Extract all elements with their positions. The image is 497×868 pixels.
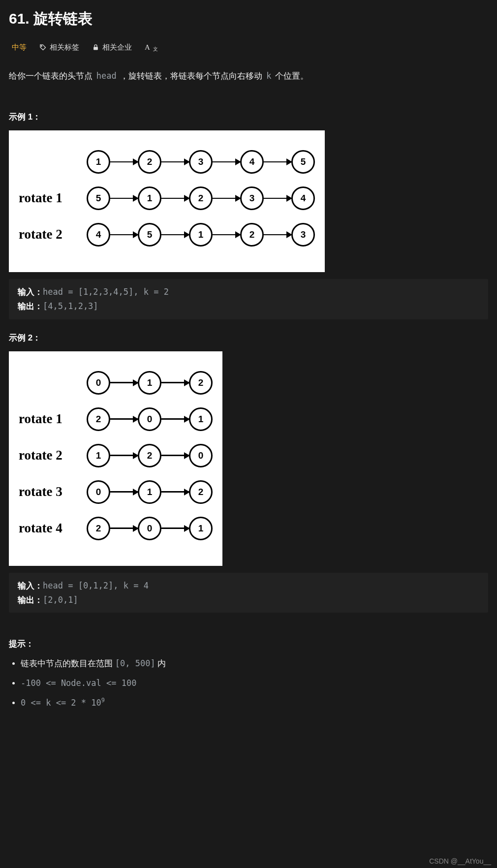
translate-button[interactable]: A文 bbox=[145, 43, 158, 52]
input-value: head = [1,2,3,4,5], k = 2 bbox=[43, 287, 169, 297]
list-node: 1 bbox=[189, 517, 213, 540]
arrow-icon bbox=[216, 161, 240, 163]
arrow-icon bbox=[164, 418, 189, 420]
arrow-icon bbox=[113, 527, 138, 529]
companies-label: 相关企业 bbox=[102, 43, 132, 52]
hint-item: -100 <= Node.val <= 100 bbox=[21, 677, 488, 690]
list-node: 0 bbox=[87, 371, 110, 395]
diagram-row-label: rotate 3 bbox=[19, 484, 87, 499]
diagram-row: rotate 3012 bbox=[19, 480, 213, 504]
output-label: 输出： bbox=[18, 595, 43, 605]
example-heading: 示例 2： bbox=[9, 332, 488, 343]
arrow-icon bbox=[216, 234, 240, 236]
arrow-icon bbox=[113, 382, 138, 383]
list-node: 2 bbox=[138, 150, 161, 174]
diagram-row-label: rotate 2 bbox=[19, 448, 87, 463]
arrow-icon bbox=[113, 491, 138, 493]
tags-link[interactable]: 相关标签 bbox=[39, 43, 79, 52]
list-node: 1 bbox=[189, 223, 213, 247]
difficulty-badge: 中等 bbox=[12, 43, 27, 52]
arrow-icon bbox=[267, 234, 291, 236]
hints-heading: 提示： bbox=[9, 638, 488, 650]
inline-code-k: k bbox=[265, 71, 273, 81]
list-node: 2 bbox=[189, 371, 213, 395]
hint-code: 0 <= k <= 2 * 109 bbox=[21, 698, 105, 708]
companies-link[interactable]: 相关企业 bbox=[92, 43, 132, 52]
arrow-icon bbox=[164, 382, 189, 383]
meta-row: 中等 相关标签 相关企业 A文 bbox=[9, 43, 488, 52]
list-node: 5 bbox=[87, 186, 110, 210]
list-node: 3 bbox=[240, 186, 264, 210]
list-node: 1 bbox=[87, 150, 110, 174]
arrow-icon bbox=[113, 418, 138, 420]
diagram-row: 12345 bbox=[19, 150, 315, 174]
svg-point-0 bbox=[41, 46, 42, 47]
hint-item: 链表中节点的数目在范围 [0, 500] 内 bbox=[21, 657, 488, 670]
list-node: 0 bbox=[189, 444, 213, 467]
arrow-icon bbox=[164, 161, 189, 163]
input-label: 输入： bbox=[18, 287, 43, 297]
example-heading: 示例 1： bbox=[9, 111, 488, 123]
output-value: [2,0,1] bbox=[43, 595, 78, 605]
linked-list-diagram: 12345rotate 151234rotate 245123 bbox=[9, 130, 325, 272]
list-node: 1 bbox=[138, 186, 161, 210]
list-node: 2 bbox=[87, 407, 110, 431]
list-node: 3 bbox=[291, 223, 315, 247]
list-node: 2 bbox=[189, 186, 213, 210]
arrow-icon bbox=[164, 527, 189, 529]
diagram-row: rotate 151234 bbox=[19, 186, 315, 210]
list-node: 1 bbox=[138, 480, 161, 504]
arrow-icon bbox=[216, 198, 240, 199]
arrow-icon bbox=[113, 234, 138, 236]
diagram-row-label: rotate 1 bbox=[19, 411, 87, 427]
watermark: CSDN @__AtYou__ bbox=[429, 857, 491, 865]
inline-code-head: head bbox=[95, 71, 118, 81]
hint-item: 0 <= k <= 2 * 109 bbox=[21, 696, 488, 709]
list-node: 0 bbox=[138, 517, 161, 540]
list-node: 4 bbox=[87, 223, 110, 247]
arrow-icon bbox=[164, 234, 189, 236]
arrow-icon bbox=[267, 198, 291, 199]
list-node: 3 bbox=[189, 150, 213, 174]
tags-label: 相关标签 bbox=[50, 43, 79, 52]
list-node: 2 bbox=[189, 480, 213, 504]
list-node: 2 bbox=[87, 517, 110, 540]
list-node: 0 bbox=[138, 407, 161, 431]
list-node: 1 bbox=[87, 444, 110, 467]
example-code: 输入：head = [1,2,3,4,5], k = 2 输出：[4,5,1,2… bbox=[9, 279, 488, 319]
list-node: 1 bbox=[189, 407, 213, 431]
hint-code: [0, 500] bbox=[115, 658, 155, 668]
diagram-row-label: rotate 1 bbox=[19, 190, 87, 206]
input-label: 输入： bbox=[18, 581, 43, 590]
diagram-row: rotate 1201 bbox=[19, 407, 213, 431]
diagram-row: rotate 2120 bbox=[19, 444, 213, 467]
output-label: 输出： bbox=[18, 301, 43, 311]
diagram-row-label: rotate 2 bbox=[19, 227, 87, 242]
linked-list-diagram: 012rotate 1201rotate 2120rotate 3012rota… bbox=[9, 351, 222, 566]
list-node: 2 bbox=[240, 223, 264, 247]
problem-description: 给你一个链表的头节点 head ，旋转链表，将链表每个节点向右移动 k 个位置。 bbox=[9, 69, 488, 84]
page-title: 61. 旋转链表 bbox=[9, 9, 488, 29]
list-node: 4 bbox=[240, 150, 264, 174]
arrow-icon bbox=[164, 198, 189, 199]
list-node: 2 bbox=[138, 444, 161, 467]
arrow-icon bbox=[113, 198, 138, 199]
svg-rect-1 bbox=[93, 47, 98, 50]
list-node: 0 bbox=[87, 480, 110, 504]
hint-code: -100 <= Node.val <= 100 bbox=[21, 678, 136, 688]
output-value: [4,5,1,2,3] bbox=[43, 301, 98, 311]
arrow-icon bbox=[267, 161, 291, 163]
list-node: 4 bbox=[291, 186, 315, 210]
lock-icon bbox=[92, 44, 99, 51]
arrow-icon bbox=[164, 455, 189, 456]
diagram-row: 012 bbox=[19, 371, 213, 395]
tag-icon bbox=[39, 44, 47, 51]
example-code: 输入：head = [0,1,2], k = 4 输出：[2,0,1] bbox=[9, 573, 488, 613]
input-value: head = [0,1,2], k = 4 bbox=[43, 581, 149, 590]
diagram-row: rotate 4201 bbox=[19, 517, 213, 540]
arrow-icon bbox=[113, 455, 138, 456]
diagram-row-label: rotate 4 bbox=[19, 521, 87, 536]
diagram-row: rotate 245123 bbox=[19, 223, 315, 247]
list-node: 5 bbox=[138, 223, 161, 247]
translate-icon: A bbox=[145, 43, 150, 52]
